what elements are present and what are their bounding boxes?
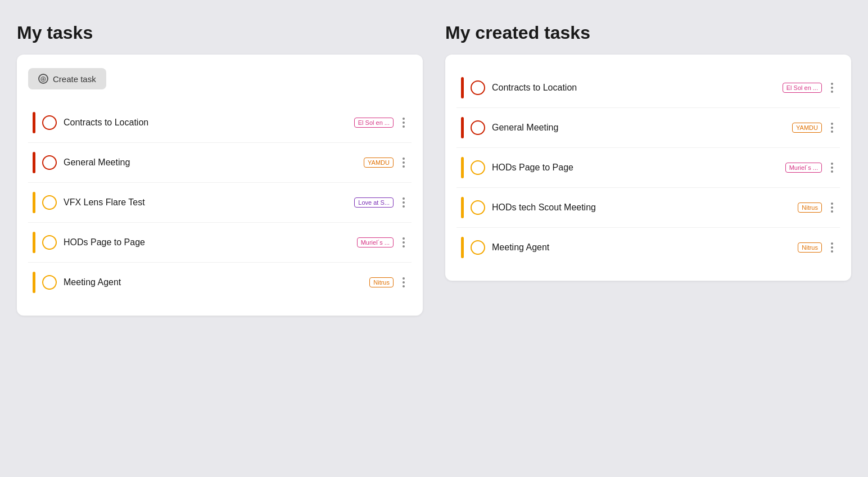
priority-bar: [33, 232, 35, 253]
priority-bar: [461, 237, 464, 258]
task-name: Meeting Agent: [64, 277, 363, 287]
my-tasks-section: My tasks ⊕ Create task Contracts to Loca…: [17, 22, 423, 316]
task-item: VFX Lens Flare TestLove at S...: [28, 183, 412, 223]
task-tag[interactable]: Nitrus: [369, 277, 394, 287]
create-task-label: Create task: [53, 74, 96, 84]
more-menu-button[interactable]: [400, 277, 407, 287]
task-item: General MeetingYAMDU: [456, 108, 840, 148]
task-name: Meeting Agent: [492, 242, 791, 253]
task-tag[interactable]: Love at S...: [354, 197, 394, 208]
create-task-button[interactable]: ⊕ Create task: [28, 68, 106, 89]
task-item: Meeting AgentNitrus: [28, 263, 412, 302]
task-tag[interactable]: YAMDU: [364, 158, 394, 168]
task-name: VFX Lens Flare Test: [64, 197, 347, 208]
more-menu-button[interactable]: [400, 118, 407, 128]
task-circle[interactable]: [42, 235, 57, 250]
task-item: HODs Page to PageMuriel´s ...: [456, 148, 840, 188]
task-circle[interactable]: [471, 160, 485, 175]
more-menu-button[interactable]: [400, 158, 407, 168]
task-circle[interactable]: [471, 120, 485, 135]
task-circle[interactable]: [471, 240, 485, 255]
priority-bar: [461, 117, 464, 138]
more-menu-button[interactable]: [829, 163, 835, 173]
my-created-tasks-section: My created tasks Contracts to LocationEl…: [445, 22, 851, 316]
task-circle[interactable]: [471, 80, 485, 95]
plus-icon: ⊕: [38, 74, 48, 84]
task-item: Contracts to LocationEl Sol en ...: [28, 103, 412, 143]
task-tag[interactable]: El Sol en ...: [783, 83, 822, 93]
task-name: HODs tech Scout Meeting: [492, 202, 791, 213]
more-menu-button[interactable]: [829, 123, 835, 133]
task-circle[interactable]: [471, 200, 485, 215]
priority-bar: [33, 152, 35, 173]
my-tasks-list: Contracts to LocationEl Sol en ...Genera…: [28, 103, 412, 302]
priority-bar: [33, 192, 35, 213]
task-tag[interactable]: Muriel´s ...: [785, 163, 822, 173]
my-tasks-title: My tasks: [17, 22, 423, 43]
task-item: HODs Page to PageMuriel´s ...: [28, 223, 412, 263]
page-layout: My tasks ⊕ Create task Contracts to Loca…: [17, 22, 851, 316]
task-circle[interactable]: [42, 275, 57, 290]
task-name: Contracts to Location: [492, 83, 776, 93]
priority-bar: [33, 112, 35, 133]
priority-bar: [461, 77, 464, 98]
my-created-tasks-card: Contracts to LocationEl Sol en ...Genera…: [445, 55, 851, 281]
task-name: HODs Page to Page: [492, 163, 779, 173]
priority-bar: [461, 197, 464, 218]
task-name: Contracts to Location: [64, 118, 347, 128]
task-circle[interactable]: [42, 155, 57, 170]
more-menu-button[interactable]: [829, 242, 835, 253]
my-tasks-card: ⊕ Create task Contracts to LocationEl So…: [17, 55, 423, 316]
more-menu-button[interactable]: [400, 197, 407, 208]
task-item: Contracts to LocationEl Sol en ...: [456, 68, 840, 108]
task-item: Meeting AgentNitrus: [456, 228, 840, 267]
task-circle[interactable]: [42, 195, 57, 210]
task-name: HODs Page to Page: [64, 237, 350, 248]
more-menu-button[interactable]: [400, 237, 407, 248]
task-circle[interactable]: [42, 115, 57, 130]
task-name: General Meeting: [64, 158, 357, 168]
task-tag[interactable]: Muriel´s ...: [357, 237, 394, 248]
more-menu-button[interactable]: [829, 202, 835, 213]
task-item: HODs tech Scout MeetingNitrus: [456, 188, 840, 228]
more-menu-button[interactable]: [829, 83, 835, 93]
task-tag[interactable]: Nitrus: [798, 242, 822, 253]
task-tag[interactable]: El Sol en ...: [354, 118, 394, 128]
task-name: General Meeting: [492, 123, 785, 133]
priority-bar: [461, 157, 464, 178]
task-tag[interactable]: YAMDU: [792, 123, 822, 133]
my-created-tasks-list: Contracts to LocationEl Sol en ...Genera…: [456, 68, 840, 267]
task-item: General MeetingYAMDU: [28, 143, 412, 183]
priority-bar: [33, 272, 35, 293]
task-tag[interactable]: Nitrus: [798, 202, 822, 213]
my-created-tasks-title: My created tasks: [445, 22, 851, 43]
